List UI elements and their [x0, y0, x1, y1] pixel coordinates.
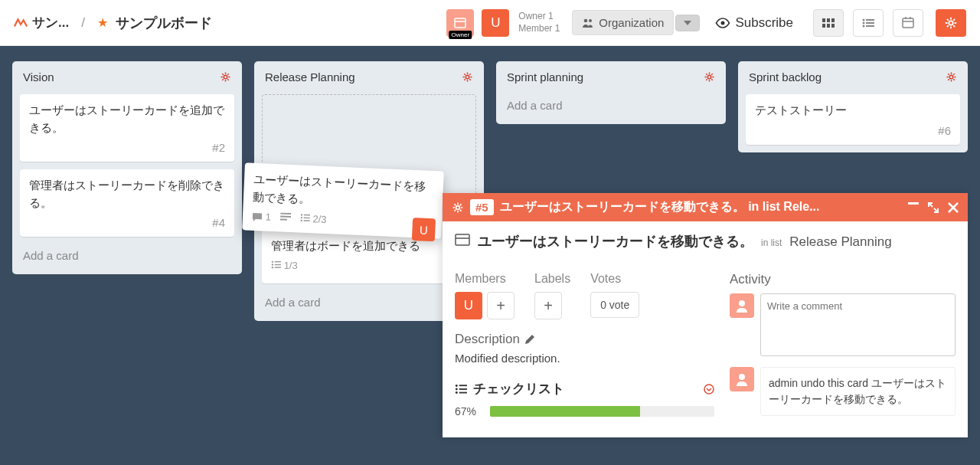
svg-rect-15: [866, 22, 874, 24]
add-label-button[interactable]: +: [534, 292, 562, 319]
card-detail-panel: #5 ユーザーはストーリーカードを移動できる。 in list Rele... …: [443, 193, 968, 437]
comment-icon: 1: [252, 211, 271, 223]
star-icon[interactable]: ★: [97, 15, 108, 30]
in-list-name[interactable]: Release Planning: [789, 234, 891, 250]
svg-point-5: [721, 21, 725, 25]
list-vision: Vision ユーザーはストーリーカードを追加できる。 #2 管理者はストーリー…: [12, 61, 242, 274]
progress-bar: [490, 406, 714, 417]
subscribe-label: Subscribe: [735, 15, 793, 31]
group-icon: [582, 18, 594, 28]
activity-avatar: [730, 367, 754, 391]
modal-header-title: ユーザーはストーリーカードを移動できる。 in list Rele...: [500, 199, 902, 215]
list-settings-icon[interactable]: [462, 71, 473, 83]
modal-settings-icon[interactable]: [452, 201, 464, 214]
svg-rect-28: [275, 264, 281, 264]
card[interactable]: ユーザーはストーリーカードを追加できる。 #2: [20, 94, 234, 162]
add-card-button[interactable]: Add a card: [504, 94, 718, 116]
list-title[interactable]: Sprint planning: [507, 70, 583, 84]
svg-rect-33: [280, 212, 291, 214]
svg-point-2: [584, 18, 588, 22]
board-title[interactable]: サンプルボード: [116, 14, 212, 32]
settings-button[interactable]: [936, 9, 966, 37]
svg-rect-13: [866, 19, 874, 21]
svg-point-16: [863, 25, 865, 27]
minimize-icon[interactable]: [908, 202, 919, 213]
svg-rect-9: [822, 24, 825, 28]
svg-rect-6: [822, 18, 825, 22]
card-icon: [455, 234, 470, 246]
svg-point-23: [224, 75, 227, 79]
checklist-count: 2/3: [312, 213, 327, 225]
activity-avatar: [730, 293, 754, 318]
svg-point-12: [863, 18, 865, 21]
card-title: ユーザーはストーリーカードを移動できる。: [253, 171, 435, 213]
owner-badge: Owner: [449, 31, 472, 39]
modal-title[interactable]: ユーザーはストーリーカードを移動できる。: [478, 232, 753, 251]
svg-point-54: [456, 391, 458, 394]
edit-icon[interactable]: [524, 334, 535, 345]
close-icon[interactable]: [948, 202, 959, 213]
description-text[interactable]: Modified description.: [455, 352, 714, 365]
svg-rect-55: [459, 391, 467, 393]
list-settings-icon[interactable]: [220, 71, 231, 83]
organization-button[interactable]: Organization: [572, 10, 674, 35]
card-member-avatar: U: [412, 218, 436, 241]
calendar-view-button[interactable]: [893, 9, 923, 37]
progress-fill: [490, 406, 640, 417]
svg-point-14: [863, 21, 865, 24]
member-avatar[interactable]: U: [455, 292, 482, 319]
card-title: 管理者はボードを追加できる: [271, 237, 467, 255]
svg-point-36: [301, 214, 302, 215]
card[interactable]: 管理者はストーリーカードを削除できる。 #4: [20, 169, 234, 237]
owner-info: Owner 1 Member 1: [518, 11, 560, 34]
list-settings-icon[interactable]: [946, 71, 957, 83]
svg-point-56: [704, 385, 714, 394]
owner-avatar[interactable]: Owner: [446, 9, 474, 37]
svg-point-22: [949, 21, 952, 25]
svg-point-57: [739, 300, 745, 306]
card[interactable]: テストストーリー #6: [746, 94, 960, 145]
comment-input[interactable]: [760, 293, 956, 356]
member-line: Member 1: [518, 23, 560, 35]
app-logo-icon[interactable]: [14, 16, 28, 30]
card-dragging[interactable]: ユーザーはストーリーカードを移動できる。 1 2/3 #5 U: [242, 162, 444, 238]
modal-card-id: #5: [470, 199, 494, 215]
vote-button[interactable]: 0 vote: [590, 292, 639, 318]
list-title[interactable]: Release Planning: [265, 70, 355, 84]
svg-rect-53: [459, 388, 467, 390]
card-title: テストストーリー: [755, 102, 951, 120]
subscribe-button[interactable]: Subscribe: [715, 15, 793, 31]
svg-point-50: [456, 384, 458, 386]
organization-dropdown[interactable]: [675, 15, 700, 31]
modal-header: #5 ユーザーはストーリーカードを移動できる。 in list Rele...: [443, 193, 968, 221]
svg-rect-0: [455, 18, 466, 28]
svg-point-32: [949, 75, 953, 79]
card-number: #4: [29, 216, 225, 229]
breadcrumb-parent[interactable]: サン...: [32, 14, 69, 31]
add-card-button[interactable]: Add a card: [20, 244, 234, 267]
svg-point-24: [466, 75, 469, 79]
breadcrumb-separator: /: [81, 15, 85, 31]
add-member-button[interactable]: +: [487, 292, 514, 319]
list-settings-icon[interactable]: [704, 71, 715, 83]
list-view-button[interactable]: [853, 9, 884, 37]
checklist-icon: [455, 384, 467, 395]
svg-rect-8: [831, 18, 835, 22]
svg-rect-30: [275, 267, 281, 267]
svg-point-38: [301, 217, 302, 218]
checklist-title: チェックリスト: [473, 380, 564, 398]
list-title[interactable]: Vision: [23, 70, 54, 84]
svg-rect-43: [908, 202, 919, 205]
list-sprint-backlog: Sprint backlog テストストーリー #6: [738, 61, 968, 152]
description-label: Description: [455, 332, 520, 347]
grid-view-button[interactable]: [813, 9, 844, 37]
eye-icon: [715, 18, 730, 28]
comment-count: 1: [265, 211, 271, 223]
svg-rect-51: [459, 385, 467, 386]
expand-icon[interactable]: [928, 202, 939, 213]
svg-rect-37: [304, 214, 310, 216]
user-avatar[interactable]: U: [482, 9, 509, 37]
list-title[interactable]: Sprint backlog: [749, 70, 822, 84]
svg-rect-35: [280, 218, 287, 220]
checklist-collapse-icon[interactable]: [704, 384, 714, 395]
